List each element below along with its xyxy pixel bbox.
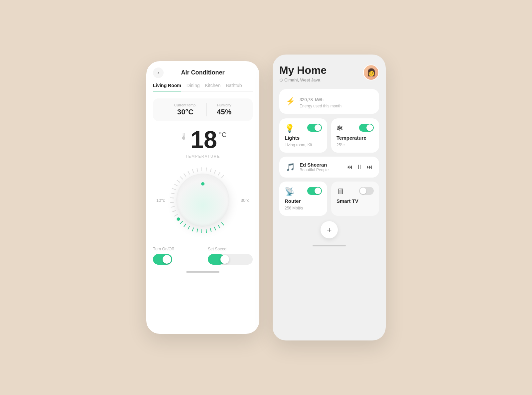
user-avatar[interactable]: 👩 xyxy=(363,65,379,80)
home-location: Cimahi, West Java xyxy=(279,77,327,82)
music-artist: Ed Sheeran xyxy=(300,162,342,168)
temperature-dial[interactable]: 10°c 30°c /* ticks rendered below */ xyxy=(153,164,253,237)
temperature-card-top: ❄ xyxy=(336,124,374,133)
home-header-left: My Home Cimahi, West Java xyxy=(279,65,327,82)
set-speed-label: Set Speed xyxy=(208,247,253,251)
svg-line-19 xyxy=(175,184,178,186)
next-button[interactable]: ⏭ xyxy=(366,164,372,171)
controls-row: Turn On/Off Set Speed xyxy=(153,247,253,265)
temperature-unit: °C xyxy=(219,131,226,139)
svg-line-20 xyxy=(177,180,180,182)
power-toggle-knob xyxy=(163,255,171,264)
temperature-number: 18 xyxy=(191,128,217,152)
current-temp-block: Current temp. 30°C xyxy=(174,103,197,116)
router-card-top: 📡 xyxy=(285,187,322,196)
tab-dining[interactable]: Dining xyxy=(187,83,200,91)
location-text: Cimahi, West Java xyxy=(284,77,320,82)
svg-line-15 xyxy=(170,202,174,202)
dial-min-label: 10°c xyxy=(156,198,165,203)
turn-on-label: Turn On/Off xyxy=(153,247,198,251)
pause-button[interactable]: ⏸ xyxy=(356,164,362,171)
temp-humidity-card: Current temp. 30°C Humidity 45% xyxy=(153,98,253,121)
svg-line-12 xyxy=(175,214,178,216)
svg-line-25 xyxy=(197,168,198,172)
smart-tv-toggle-knob xyxy=(360,188,366,194)
svg-line-1 xyxy=(218,225,220,228)
home-header: My Home Cimahi, West Java 👩 xyxy=(279,65,379,82)
temperature-toggle[interactable] xyxy=(359,124,374,132)
energy-number: 320,78 xyxy=(300,97,313,102)
lights-sub: Living room, Kit xyxy=(285,143,322,147)
set-speed-block: Set Speed xyxy=(208,247,253,265)
home2-indicator-bar xyxy=(313,245,346,246)
svg-line-14 xyxy=(171,206,174,207)
temperature-sub: 25°c xyxy=(336,143,374,147)
add-device-button[interactable]: + xyxy=(321,221,338,238)
energy-unit: kWh xyxy=(315,97,324,102)
dial-max-label: 30°c xyxy=(241,198,249,203)
lights-toggle-knob xyxy=(315,124,321,131)
divider xyxy=(206,103,207,116)
turn-on-block: Turn On/Off xyxy=(153,247,198,265)
tabs-container: Living Room Dining Kitchen Bathtub xyxy=(153,83,253,92)
temperature-label: TEMPERATURE xyxy=(153,154,253,158)
current-temp-label: Current temp. xyxy=(174,103,197,107)
svg-line-13 xyxy=(172,210,175,212)
svg-line-3 xyxy=(210,228,211,232)
svg-line-6 xyxy=(197,229,198,232)
svg-line-0 xyxy=(222,222,224,225)
back-button[interactable]: ‹ xyxy=(153,67,164,78)
power-toggle[interactable] xyxy=(153,254,172,265)
lights-icon: 💡 xyxy=(285,124,295,133)
lights-name: Lights xyxy=(285,135,322,141)
svg-line-23 xyxy=(188,171,190,174)
tv-icon: 🖥 xyxy=(336,187,344,196)
svg-line-7 xyxy=(193,228,194,231)
temperature-toggle-knob xyxy=(366,124,373,131)
temperature-card: ❄ Temperature 25°c xyxy=(331,118,379,153)
dial-svg-container: /* ticks rendered below */ xyxy=(166,164,239,237)
tab-kitchen[interactable]: Kitchen xyxy=(205,83,220,91)
energy-card: ⚡ 320,78 kWh Energy used this month xyxy=(279,89,379,114)
router-name: Router xyxy=(285,198,322,204)
temp-big: 🌡 18 °C xyxy=(153,128,253,152)
router-toggle[interactable] xyxy=(307,187,322,195)
phone1-header: ‹ Air Conditioner xyxy=(153,69,253,76)
dial-knob[interactable] xyxy=(176,174,229,227)
svg-line-8 xyxy=(188,226,190,229)
humidity-value: 45% xyxy=(217,108,231,116)
humidity-block: Humidity 45% xyxy=(217,103,231,116)
svg-line-10 xyxy=(180,221,183,223)
ac-icon: ❄ xyxy=(336,124,343,133)
lights-toggle[interactable] xyxy=(307,124,322,132)
router-sub: 256 Mbit/s xyxy=(285,206,322,210)
svg-line-24 xyxy=(193,169,194,172)
page-title: Air Conditioner xyxy=(181,69,225,76)
svg-line-27 xyxy=(206,168,206,171)
svg-line-28 xyxy=(210,169,211,172)
bolt-icon: ⚡ xyxy=(286,97,295,106)
svg-line-2 xyxy=(214,227,216,230)
device-grid-row2: 📡 Router 256 Mbit/s 🖥 Smart TV xyxy=(279,182,379,216)
svg-line-30 xyxy=(218,173,220,176)
energy-value: 320,78 kWh xyxy=(300,94,341,103)
router-icon: 📡 xyxy=(285,187,295,196)
speed-slider-knob xyxy=(220,255,229,264)
svg-line-31 xyxy=(222,175,224,178)
router-toggle-knob xyxy=(315,188,321,194)
tab-bathtub[interactable]: Bathtub xyxy=(226,83,242,91)
music-icon: 🎵 xyxy=(286,163,295,172)
music-card: 🎵 Ed Sheeran Beautiful People ⏮ ⏸ ⏭ xyxy=(279,157,379,178)
temperature-device-name: Temperature xyxy=(336,135,374,141)
location-pin-icon xyxy=(279,77,283,82)
music-song: Beautiful People xyxy=(300,168,342,172)
tab-living-room[interactable]: Living Room xyxy=(153,83,181,91)
prev-button[interactable]: ⏮ xyxy=(346,164,352,171)
speed-slider[interactable] xyxy=(208,254,253,265)
humidity-label: Humidity xyxy=(217,103,231,107)
smart-tv-card: 🖥 Smart TV xyxy=(331,182,379,216)
music-controls: ⏮ ⏸ ⏭ xyxy=(346,164,372,171)
smart-tv-toggle[interactable] xyxy=(359,187,374,195)
smart-tv-card-top: 🖥 xyxy=(336,187,374,196)
svg-line-9 xyxy=(184,224,186,227)
